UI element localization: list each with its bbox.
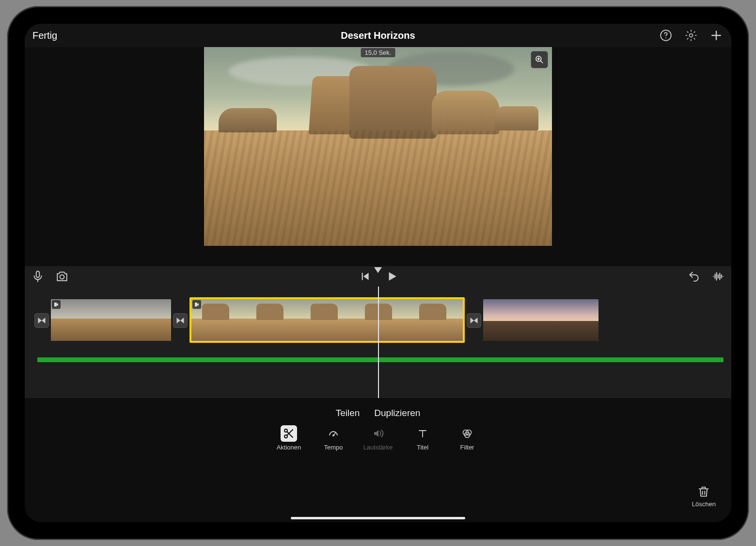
camera-icon[interactable] (56, 270, 68, 283)
settings-icon[interactable] (684, 28, 698, 43)
timeline-clip[interactable] (51, 299, 171, 341)
kenburns-icon (192, 300, 201, 309)
top-bar: Fertig Desert Horizons (25, 24, 731, 47)
timeline-clip[interactable] (483, 299, 598, 341)
trash-icon (697, 485, 710, 498)
undo-icon[interactable] (688, 270, 700, 283)
speedometer-icon (325, 425, 342, 442)
transition-icon[interactable] (32, 297, 51, 344)
svg-point-8 (333, 435, 334, 436)
playhead-line[interactable] (378, 287, 379, 398)
preview-frame[interactable]: 15,0 Sek. (204, 47, 552, 246)
filter-circles-icon (459, 425, 475, 442)
play-icon[interactable] (385, 270, 398, 283)
duration-badge: 15,0 Sek. (361, 48, 395, 57)
duplicate-button[interactable]: Duplizieren (374, 408, 420, 418)
preview-area: 15,0 Sek. (25, 47, 731, 266)
project-title: Desert Horizons (263, 30, 493, 41)
svg-point-2 (690, 34, 693, 37)
svg-point-5 (60, 275, 64, 279)
transition-icon[interactable] (465, 297, 483, 344)
transport-bar (25, 266, 731, 287)
tab-volume: Lautstärke (363, 425, 393, 451)
timeline-clip-selected[interactable] (189, 297, 465, 343)
scissors-icon (281, 425, 297, 442)
kenburns-icon (52, 300, 61, 309)
speaker-icon (370, 425, 386, 442)
add-icon[interactable] (709, 28, 724, 43)
audio-track[interactable] (37, 357, 724, 362)
transition-icon[interactable] (171, 297, 189, 344)
tab-title[interactable]: Titel (408, 425, 438, 451)
tab-filter[interactable]: Filter (452, 425, 482, 451)
waveform-icon[interactable] (712, 270, 724, 283)
tab-tempo[interactable]: Tempo (318, 425, 348, 451)
split-button[interactable]: Teilen (336, 408, 360, 418)
playhead-marker-icon (374, 266, 382, 272)
svg-rect-4 (36, 271, 40, 277)
text-icon (414, 425, 431, 442)
skip-to-start-icon[interactable] (358, 270, 371, 283)
tab-actions[interactable]: Aktionen (274, 425, 304, 451)
zoom-in-icon[interactable] (531, 51, 548, 68)
done-button[interactable]: Fertig (32, 30, 57, 41)
svg-point-1 (665, 38, 666, 39)
help-icon[interactable] (659, 28, 673, 43)
home-indicator[interactable] (291, 517, 465, 519)
delete-button[interactable]: Löschen (692, 485, 716, 508)
microphone-icon[interactable] (32, 270, 44, 283)
timeline[interactable] (25, 287, 731, 398)
editor-options: Teilen Duplizieren Aktionen Tempo (25, 398, 731, 454)
